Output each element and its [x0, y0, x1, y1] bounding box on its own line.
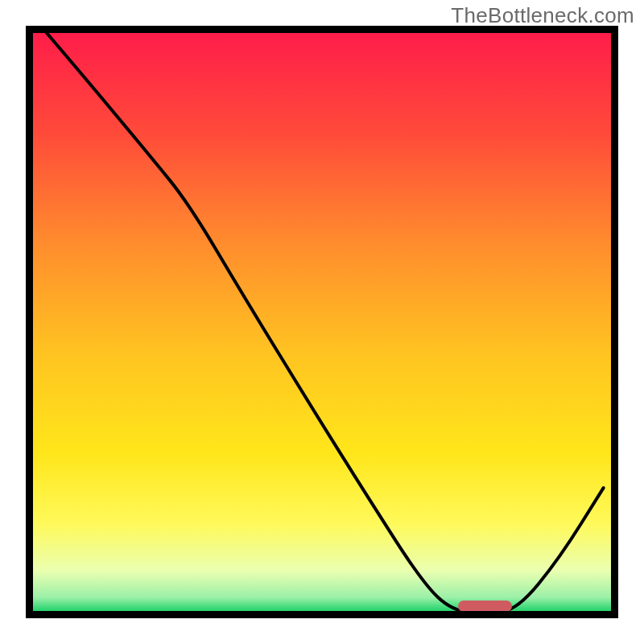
plot-area: [26, 26, 618, 618]
optimal-range-marker: [458, 601, 511, 612]
bottleneck-curve: [40, 26, 603, 613]
chart-frame: TheBottleneck.com: [0, 0, 644, 644]
watermark-text: TheBottleneck.com: [451, 3, 634, 28]
curve-layer: [26, 26, 618, 618]
